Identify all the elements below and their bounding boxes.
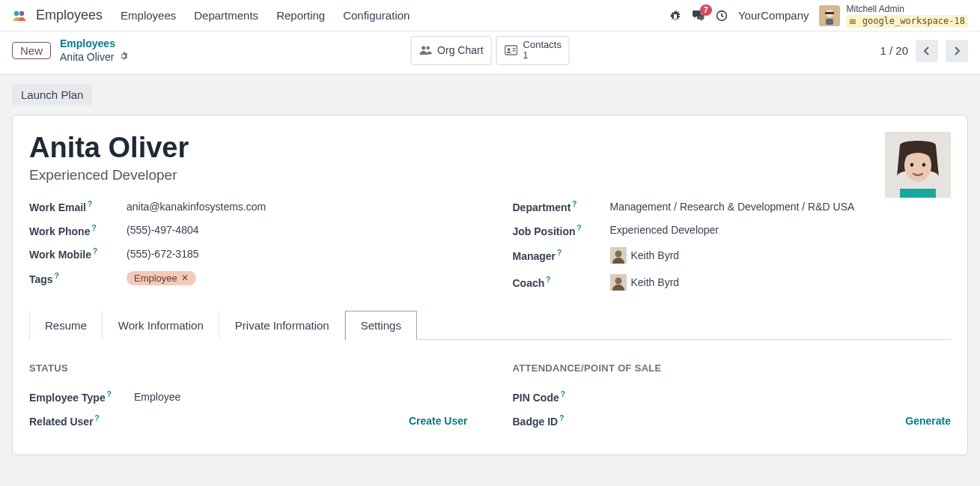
user-avatar-icon [819,5,840,26]
employee-type-value[interactable]: Employee [134,391,180,403]
svg-rect-5 [825,12,834,14]
create-user-button[interactable]: Create User [409,415,468,427]
org-chart-label: Org Chart [437,44,483,56]
svg-point-1 [19,10,24,15]
address-card-icon [505,45,518,55]
new-button[interactable]: New [12,42,51,59]
svg-point-13 [508,48,511,51]
users-icon [419,45,432,55]
svg-rect-6 [826,19,833,25]
badge-id-label: Badge ID? [513,414,618,428]
help-icon[interactable]: ? [88,200,92,208]
svg-point-18 [910,162,913,166]
work-email-value[interactable]: anita@kanakinfosystems.com [127,201,468,213]
tab-content-settings: STATUS Employee Type? Employee Related U… [29,340,951,437]
pager-text[interactable]: 1 / 20 [880,44,908,57]
svg-rect-8 [850,21,856,22]
generate-button[interactable]: Generate [905,415,951,427]
user-name: Mitchell Admin [846,4,968,15]
department-label: Department? [513,200,610,213]
contacts-label: Contacts [523,40,561,51]
coach-value[interactable]: Keith Byrd [610,274,952,291]
nav-right: 7 YourCompany Mitchell Admin google_work… [669,4,968,28]
help-icon[interactable]: ? [91,224,96,232]
work-mobile-value[interactable]: (555)-672-3185 [127,248,468,260]
help-icon[interactable]: ? [577,224,582,232]
help-icon[interactable]: ? [559,414,564,422]
contacts-count: 1 [523,51,561,61]
job-position-label: Job Position? [513,224,610,237]
tag-remove-icon[interactable]: ✕ [181,273,189,283]
svg-point-0 [14,10,19,15]
help-icon[interactable]: ? [107,390,112,398]
employee-name[interactable]: Anita Oliver [29,132,189,164]
work-phone-value[interactable]: (555)-497-4804 [127,224,468,236]
help-icon[interactable]: ? [557,249,561,257]
workspace-badge: google_workspace-18 [846,15,968,28]
attendance-heading: ATTENDANCE/POINT OF SALE [513,362,952,374]
org-chart-button[interactable]: Org Chart [410,36,491,65]
nav-menu-employees[interactable]: Employees [121,9,176,22]
user-menu[interactable]: Mitchell Admin google_workspace-18 [819,4,968,28]
employee-photo[interactable] [885,132,951,198]
related-user-label: Related User? [29,414,134,428]
coach-label: Coach? [513,276,610,289]
job-position-value[interactable]: Experienced Developer [610,224,952,236]
help-icon[interactable]: ? [93,247,97,255]
tab-work-information[interactable]: Work Information [103,311,219,340]
svg-point-19 [922,162,925,166]
breadcrumb: Employees Anita Oliver [60,37,128,64]
tabs: Resume Work Information Private Informat… [29,310,951,340]
tab-private-information[interactable]: Private Information [219,311,345,340]
employee-job-title[interactable]: Experienced Developer [29,167,189,183]
svg-point-11 [426,46,429,49]
breadcrumb-current: Anita Oliver [60,51,114,63]
department-value[interactable]: Management / Research & Development / R&… [610,201,952,213]
company-switcher[interactable]: YourCompany [738,9,809,22]
tab-resume[interactable]: Resume [29,311,103,340]
help-icon[interactable]: ? [572,200,576,208]
help-icon[interactable]: ? [546,276,550,284]
content-area: Launch Plan Anita Oliver Experienced Dev… [0,74,980,486]
bug-icon[interactable] [669,10,681,22]
nav-menu-configuration[interactable]: Configuration [343,9,410,22]
employee-type-label: Employee Type? [29,390,134,404]
status-heading: STATUS [29,362,468,374]
help-icon[interactable]: ? [561,390,565,398]
messages-icon[interactable]: 7 [692,10,705,22]
stat-buttons: Org Chart Contacts 1 [410,36,570,65]
gear-icon[interactable] [119,51,128,64]
pager: 1 / 20 [880,40,968,62]
launch-plan-button[interactable]: Launch Plan [12,84,92,106]
contacts-button[interactable]: Contacts 1 [496,36,570,65]
app-title[interactable]: Employees [36,7,103,23]
pin-code-label: PIN Code? [513,390,618,404]
svg-rect-12 [505,46,517,55]
navbar: Employees Employees Departments Reportin… [0,0,980,31]
tab-settings[interactable]: Settings [345,311,417,340]
help-icon[interactable]: ? [55,272,59,280]
tags-field[interactable]: Employee ✕ [127,271,468,285]
employee-card: Anita Oliver Experienced Developer Work … [12,115,968,455]
nav-menu: Employees Departments Reporting Configur… [121,9,410,22]
work-mobile-label: Work Mobile? [29,247,127,261]
avatar-icon [610,274,627,291]
app-icon[interactable] [12,9,30,22]
svg-rect-9 [850,22,856,23]
tag-chip[interactable]: Employee ✕ [127,271,196,285]
avatar-icon [610,247,627,264]
svg-point-22 [615,251,621,258]
tag-label: Employee [134,273,177,284]
clock-icon[interactable] [716,10,728,22]
manager-value[interactable]: Keith Byrd [610,247,952,264]
work-email-label: Work Email? [29,200,127,213]
breadcrumb-parent[interactable]: Employees [60,37,115,49]
pager-prev-button[interactable] [916,40,938,62]
svg-point-10 [421,46,425,50]
work-phone-label: Work Phone? [29,224,127,237]
pager-next-button[interactable] [946,40,968,62]
nav-menu-departments[interactable]: Departments [194,9,258,22]
nav-menu-reporting[interactable]: Reporting [276,9,325,22]
help-icon[interactable]: ? [95,414,100,422]
manager-label: Manager? [513,249,610,262]
